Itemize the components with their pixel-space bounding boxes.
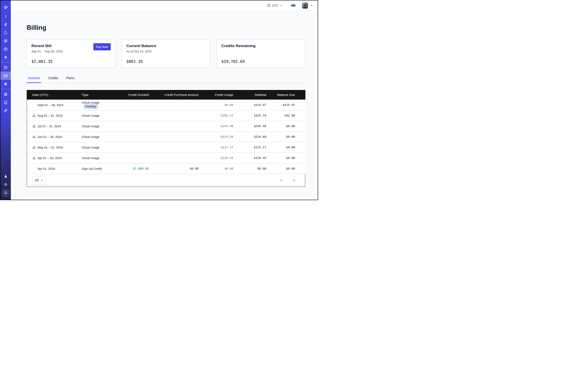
credit-usage-value: -$245.48 <box>199 121 233 131</box>
current-balance-title: Current Balance <box>127 44 206 48</box>
subtotal-value: $0.00 <box>233 163 266 174</box>
billing-tabs: Invoices Credits Plans <box>27 76 305 83</box>
sidebar-item-billing[interactable] <box>0 72 11 80</box>
table-header-row: Date (UTC) Type Credit Granted Credit Pu… <box>27 90 305 100</box>
col-credit-granted: Credit Granted <box>114 90 149 100</box>
current-balance-card: Current Balance As of Oct 15, 2025 $861.… <box>122 40 210 68</box>
download-invoice-icon[interactable] <box>32 156 36 160</box>
sidebar-item-timer[interactable] <box>0 28 11 37</box>
download-invoice-icon[interactable] <box>32 124 36 128</box>
current-balance-amount: $861.35 <box>127 59 206 64</box>
balance-due-value: $0.00 <box>266 153 305 163</box>
credit-usage-value: -$121.17 <box>199 142 233 153</box>
invoice-date: Sept 01 – 30, 2024 <box>37 103 63 107</box>
invoice-row: Aug 01 – 31, 2024 Cloud Usage -$282.22 $… <box>27 110 305 121</box>
col-credit-usage: Credit Usage <box>199 90 233 100</box>
sidebar-item-functions[interactable] <box>0 53 11 61</box>
goggles-icon[interactable] <box>291 3 296 8</box>
user-menu-chevron-icon[interactable] <box>310 4 313 7</box>
download-invoice-icon[interactable] <box>32 114 36 117</box>
col-subtotal: Subtotal <box>233 90 266 100</box>
invoices-table: Date (UTC) Type Credit Granted Credit Pu… <box>27 90 305 187</box>
sidebar-item-layers[interactable] <box>0 37 11 45</box>
invoice-date: Apr 01, 2024 <box>37 167 55 170</box>
sidebar-item-support[interactable] <box>0 90 11 98</box>
col-balance-due: Balance Due <box>266 90 305 100</box>
page-size-value: 10 <box>35 178 38 182</box>
balance-due-value: $0.00 <box>266 121 305 131</box>
subtotal-value: $126.45 <box>233 153 266 163</box>
credits-remaining-card: Credits Remaining $29,782.65 <box>217 40 305 68</box>
balance-due-value: $0.00 <box>266 131 305 142</box>
balance-due-value: $0.00 <box>266 142 305 153</box>
labs-flask-icon[interactable] <box>4 172 8 180</box>
sidebar-item-docs[interactable] <box>0 98 11 107</box>
sidebar-item-settings[interactable] <box>0 80 11 88</box>
credit-usage-value: $0.00 <box>199 163 233 174</box>
sidebar-item-containers[interactable] <box>0 45 11 53</box>
sidebar-item-expand[interactable] <box>0 12 11 20</box>
tab-plans[interactable]: Plans <box>65 76 75 83</box>
timezone-label: UTC <box>272 4 278 7</box>
sidebar-item-observability[interactable] <box>0 20 11 28</box>
page-title: Billing <box>27 24 305 31</box>
table-pagination: 10 <box>27 174 305 187</box>
invoice-type: Cloud Usage <box>82 114 100 117</box>
credit-granted-value <box>114 100 149 110</box>
pay-now-button[interactable]: Pay Now <box>93 43 111 50</box>
invoice-type: Cloud Usage <box>82 135 100 138</box>
invoice-row: Apr 01 – 30, 2024 Cloud Usage -$126.45 $… <box>27 153 305 163</box>
billing-page: Billing Recent Bill Sep 01 – Sep 30, 202… <box>11 11 318 200</box>
next-page-button[interactable] <box>291 178 296 183</box>
subtotal-value: $121.17 <box>233 142 266 153</box>
credit-usage-value: -$126.45 <box>199 153 233 163</box>
page-size-select[interactable]: 10 <box>32 176 46 185</box>
tab-credits[interactable]: Credits <box>47 76 60 83</box>
download-invoice-icon[interactable] <box>32 146 36 149</box>
app-logo-icon[interactable] <box>0 3 11 11</box>
sidebar-item-onboarding[interactable] <box>0 107 11 115</box>
sidebar-divider <box>0 89 11 89</box>
credit-granted-value: $1,000.00 <box>114 163 149 174</box>
timezone-selector[interactable]: UTC <box>267 4 282 7</box>
sidebar-item-usage-dashboard[interactable] <box>0 64 11 72</box>
balance-due-value: $42.88 <box>266 110 305 121</box>
app-window: $ UTC <box>0 0 318 200</box>
theme-toggle-sun-icon[interactable] <box>3 180 8 188</box>
chevron-down-icon <box>41 179 43 182</box>
subtotal-value: $245.48 <box>233 121 266 131</box>
credits-remaining-amount: $29,782.65 <box>221 59 300 64</box>
current-balance-as-of: As of Oct 15, 2025 <box>127 50 206 53</box>
download-slot-empty <box>32 103 36 107</box>
download-slot-empty <box>32 167 36 170</box>
invoice-type: Cloud Usage <box>82 146 100 149</box>
topbar: UTC <box>11 0 318 11</box>
balance-due-value: $315.97 <box>266 100 305 110</box>
previous-page-button[interactable] <box>279 178 284 183</box>
subtotal-value: $224.68 <box>233 131 266 142</box>
invoice-type: Cloud Usage <box>82 124 100 128</box>
invoice-type: Cloud Usage <box>82 156 100 160</box>
tab-invoices[interactable]: Invoices <box>27 76 41 83</box>
credit-usage-value: $0.00 <box>199 100 233 110</box>
invoice-row: Jul 01 – 31, 2024 Cloud Usage -$245.48 $… <box>27 121 305 131</box>
subtotal-value: $315.97 <box>233 100 266 110</box>
clock-icon <box>267 4 271 7</box>
invoice-type: Cloud Usage <box>82 101 100 104</box>
col-type: Type <box>82 90 114 100</box>
credit-purchase-value: $0.00 <box>149 163 199 174</box>
sidebar: $ <box>0 0 11 200</box>
user-avatar[interactable] <box>302 2 308 9</box>
chevron-down-icon <box>280 4 282 7</box>
credit-usage-value: -$282.22 <box>199 110 233 121</box>
credits-remaining-title: Credits Remaining <box>221 44 300 48</box>
download-invoice-icon[interactable] <box>32 135 36 138</box>
credit-usage-value: -$224.68 <box>199 131 233 142</box>
recent-bill-amount: $2,061.35 <box>31 59 111 64</box>
invoice-row: Jun 01 – 30, 2024 Cloud Usage -$224.68 $… <box>27 131 305 142</box>
credit-purchase-value <box>149 100 199 110</box>
invoice-date: May 01 – 31, 2024 <box>37 146 63 149</box>
credits-badge-button[interactable]: $ <box>2 190 9 196</box>
col-date: Date (UTC) <box>27 90 82 100</box>
invoice-row: Apr 01, 2024 Sign Up Credit $1,000.00 $0… <box>27 163 305 174</box>
